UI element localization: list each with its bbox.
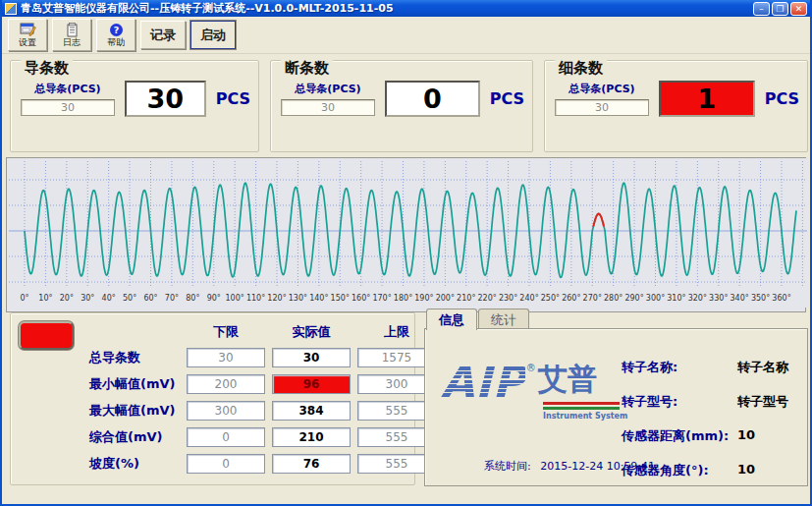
info-row: 转子名称:转子名称 — [622, 359, 799, 376]
log-button-label: 日志 — [63, 37, 81, 47]
limit-row-label: 坡度(%) — [89, 455, 180, 473]
settings-button[interactable]: 设置 — [8, 19, 47, 51]
limit-actual-box: 96 — [272, 374, 351, 394]
svg-text:310°: 310° — [667, 294, 685, 303]
group-total-bars: 导条数 总导条(PCS) 30 30 PCS — [10, 60, 259, 152]
thin-bars-input[interactable]: 30 — [555, 99, 649, 116]
broken-bars-input-label: 总导条(PCS) — [281, 82, 375, 96]
svg-text:140°: 140° — [309, 294, 328, 303]
app-icon — [5, 3, 17, 15]
info-field-label: 传感器距离(mm): — [622, 427, 737, 445]
svg-text:320°: 320° — [688, 294, 707, 303]
svg-text:230°: 230° — [499, 294, 517, 303]
info-tab-content: AIP ® 艾普 Instrument System 转子名称:转子名称转子型号… — [424, 328, 808, 486]
help-button[interactable]: ? 帮助 — [96, 19, 135, 51]
group-thin-bars: 细条数 总导条(PCS) 30 1 PCS — [544, 60, 808, 152]
info-field-value: 10 — [737, 427, 755, 445]
tab-statistics[interactable]: 统计 — [478, 309, 529, 329]
thin-bars-input-label: 总导条(PCS) — [555, 82, 649, 96]
record-button[interactable]: 记录 — [140, 21, 186, 49]
waveform-svg: 0°10°20°30°40°50°60°70°80°90°100°110°120… — [7, 158, 809, 308]
svg-text:30°: 30° — [81, 294, 94, 303]
system-time-value: 2015-12-24 10:59:41 — [540, 460, 655, 473]
svg-text:260°: 260° — [562, 294, 580, 303]
aip-logo: AIP ® 艾普 Instrument System — [441, 363, 623, 421]
tab-info[interactable]: 信息 — [426, 309, 477, 330]
info-panel: 信息 统计 AIP ® 艾普 Instrument System 转子名 — [424, 309, 808, 486]
help-button-label: 帮助 — [107, 37, 125, 47]
counter-row: 导条数 总导条(PCS) 30 30 PCS 断条数 总导条(PCS) 30 0… — [2, 54, 810, 152]
svg-text:40°: 40° — [102, 294, 116, 303]
total-bars-input[interactable]: 30 — [21, 99, 115, 116]
svg-text:130°: 130° — [289, 294, 307, 303]
svg-text:0°: 0° — [20, 294, 28, 303]
group-title: 细条数 — [555, 59, 607, 78]
limits-table: 下限实际值上限总导条数30301575最小幅值(mV)20096300最大幅值(… — [89, 323, 436, 474]
limits-header: 下限 — [187, 323, 265, 341]
log-button[interactable]: 日志 — [52, 19, 91, 51]
broken-bars-input[interactable]: 30 — [281, 99, 375, 116]
svg-text:150°: 150° — [331, 294, 350, 303]
limit-row-label: 综合值(mV) — [89, 428, 180, 446]
svg-text:70°: 70° — [165, 294, 179, 303]
svg-text:110°: 110° — [246, 294, 265, 303]
svg-text:270°: 270° — [583, 294, 602, 303]
limit-lower-box: 0 — [187, 454, 265, 474]
settings-button-label: 设置 — [19, 37, 36, 47]
svg-text:10°: 10° — [38, 294, 52, 303]
svg-text:60°: 60° — [143, 294, 157, 303]
limit-row-label: 最大幅值(mV) — [89, 402, 180, 420]
limit-lower-box: 30 — [187, 348, 265, 367]
svg-text:350°: 350° — [751, 294, 770, 303]
svg-text:240°: 240° — [519, 294, 538, 303]
limit-actual-box: 30 — [272, 348, 351, 367]
bottom-row: 下限实际值上限总导条数30301575最小幅值(mV)20096300最大幅值(… — [2, 309, 812, 490]
limits-header: 实际值 — [272, 323, 351, 341]
limit-lower-box: 0 — [187, 427, 265, 447]
svg-text:360°: 360° — [772, 294, 790, 303]
svg-text:120°: 120° — [267, 294, 286, 303]
restore-button[interactable]: ❐ — [772, 2, 788, 16]
limit-actual-box: 210 — [272, 427, 351, 447]
svg-text:290°: 290° — [624, 294, 643, 303]
group-broken-bars: 断条数 总导条(PCS) 30 0 PCS — [270, 60, 533, 152]
start-button[interactable]: 启动 — [190, 21, 236, 49]
info-row: 传感器距离(mm):10 — [622, 427, 799, 445]
svg-text:20°: 20° — [60, 294, 74, 303]
svg-text:220°: 220° — [478, 294, 497, 303]
logo-cn-text: 艾普 — [538, 363, 597, 396]
waveform-chart: 0°10°20°30°40°50°60°70°80°90°100°110°120… — [6, 157, 806, 312]
limit-actual-box: 76 — [272, 454, 351, 474]
group-title: 断条数 — [281, 59, 333, 78]
title-bar: 青岛艾普智能仪器有限公司--压铸转子测试系统--V1.0.0-MLT-2015-… — [2, 0, 810, 17]
window-title: 青岛艾普智能仪器有限公司--压铸转子测试系统--V1.0.0-MLT-2015-… — [21, 1, 753, 16]
svg-text:80°: 80° — [186, 294, 199, 303]
svg-text:200°: 200° — [436, 294, 455, 303]
group-title: 导条数 — [21, 59, 73, 78]
toolbar: 设置 日志 ? 帮助 记录 启动 — [2, 17, 810, 54]
minimize-button[interactable]: – — [753, 2, 770, 16]
logo-underline — [543, 402, 620, 410]
svg-text:180°: 180° — [394, 294, 412, 303]
info-field-label: 转子型号: — [622, 393, 737, 411]
svg-text:340°: 340° — [731, 294, 749, 303]
svg-text:330°: 330° — [709, 294, 728, 303]
limit-lower-box: 200 — [187, 374, 265, 394]
info-field-value: 转子型号 — [737, 393, 788, 411]
limit-actual-box: 384 — [272, 401, 351, 421]
svg-text:?: ? — [113, 25, 119, 35]
thin-bars-display: 1 — [659, 81, 755, 117]
svg-text:160°: 160° — [352, 294, 370, 303]
logo-text: AIP — [441, 363, 525, 402]
settings-icon — [20, 23, 36, 37]
broken-bars-unit: PCS — [490, 89, 524, 108]
info-row: 转子型号:转子型号 — [622, 393, 799, 411]
system-time-label: 系统时间: — [484, 460, 531, 473]
svg-text:50°: 50° — [123, 294, 136, 303]
tab-strip: 信息 统计 — [424, 309, 808, 329]
close-button[interactable]: ✕ — [790, 2, 807, 16]
info-field-label: 转子名称: — [622, 359, 737, 376]
info-field-value: 转子名称 — [737, 359, 788, 376]
start-button-label: 启动 — [200, 28, 226, 42]
app-window: 青岛艾普智能仪器有限公司--压铸转子测试系统--V1.0.0-MLT-2015-… — [0, 0, 812, 506]
